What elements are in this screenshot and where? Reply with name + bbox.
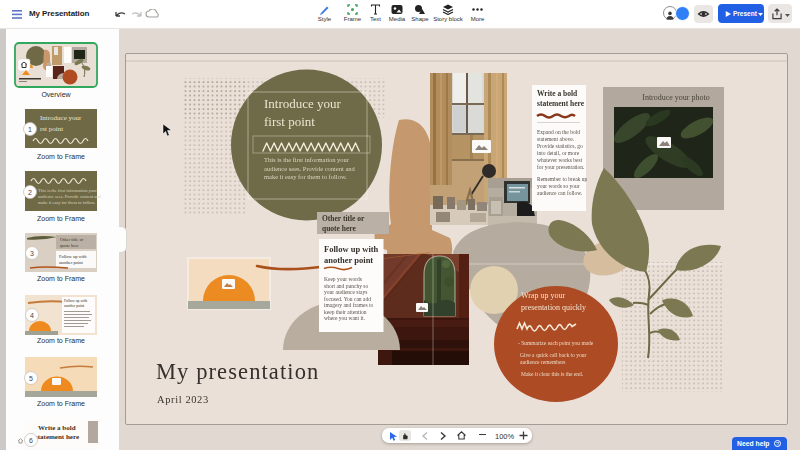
svg-text:focused. You can add: focused. You can add [324,296,371,302]
svg-text:another point: another point [324,255,373,265]
svg-text:audience remembers: audience remembers [520,359,565,365]
svg-text:Zoom to Frame: Zoom to Frame [37,400,85,407]
svg-text:April 2023: April 2023 [157,394,209,405]
svg-text:5: 5 [29,375,33,382]
svg-text:keep their attention: keep their attention [324,309,367,315]
svg-text:your audience stays: your audience stays [324,289,367,295]
svg-text:first point: first point [264,114,315,129]
svg-text:quote here: quote here [322,224,356,233]
svg-text:Follow up with: Follow up with [59,254,87,259]
svg-text:audience can follow.: audience can follow. [537,190,583,196]
svg-text:This is the first information: This is the first information your [264,156,350,163]
svg-text:Write a bold: Write a bold [537,89,578,98]
svg-text:Zoom to Frame: Zoom to Frame [37,153,85,160]
svg-text:Introduce your: Introduce your [264,96,342,111]
svg-text:Zoom to Frame: Zoom to Frame [37,337,85,344]
svg-text:Make it clear this is the end.: Make it clear this is the end. [521,371,584,377]
svg-text:audience sees. Provide content: audience sees. Provide content and [264,165,356,172]
svg-text:audience sees. Provide content: audience sees. Provide content and [38,194,102,199]
svg-text:Other title or: Other title or [322,214,365,223]
svg-text:This is the first information: This is the first information your [38,188,97,193]
svg-text:4: 4 [30,312,34,319]
svg-text:Expand on the bold: Expand on the bold [537,129,580,135]
svg-text:make it easy for them to follo: make it easy for them to follow. [264,173,347,180]
svg-text:another point: another point [59,260,84,265]
svg-text:Provide statistics, go: Provide statistics, go [537,143,583,149]
svg-text:for your presentation.: for your presentation. [537,164,585,170]
svg-text:Remember to break up: Remember to break up [537,176,587,182]
svg-text:- Summarize each point you mad: - Summarize each point you made [518,340,594,346]
svg-text:Other title or: Other title or [60,237,84,242]
svg-text:into detail, or more: into detail, or more [537,150,580,156]
svg-text:short and punchy so: short and punchy so [324,283,368,289]
svg-text:3: 3 [30,250,34,257]
svg-text:your words so your: your words so your [537,183,580,189]
svg-text:rst point: rst point [40,125,63,133]
svg-text:Follow up with: Follow up with [324,244,379,254]
svg-text:imagery and frames to: imagery and frames to [324,302,374,308]
svg-text:Zoom to Frame: Zoom to Frame [37,275,85,282]
svg-text:Write a bold: Write a bold [38,424,76,432]
svg-text:whatever works best: whatever works best [537,157,583,163]
svg-text:Overview: Overview [41,91,71,98]
svg-text:6: 6 [29,437,33,444]
svg-text:Introduce your photo: Introduce your photo [642,93,710,102]
svg-text:statement above.: statement above. [537,136,575,142]
svg-text:Introduce your: Introduce your [40,114,82,122]
svg-text:Zoom to Frame: Zoom to Frame [37,215,85,222]
svg-text:1: 1 [28,126,32,133]
svg-text:Wrap up your: Wrap up your [521,291,565,300]
svg-text:statement here: statement here [35,433,79,441]
svg-text:make it easy for them to follo: make it easy for them to follow. [38,200,95,205]
svg-text:Follow up with: Follow up with [64,299,87,303]
svg-text:Give a quick call back to your: Give a quick call back to your [520,352,586,358]
svg-text:My presentation: My presentation [156,359,319,384]
svg-text:Keep your words: Keep your words [324,276,362,282]
svg-text:another point: another point [64,304,85,308]
svg-text:2: 2 [28,189,32,196]
svg-text:where you want it.: where you want it. [324,315,366,321]
svg-text:quote here: quote here [60,243,79,248]
svg-text:presentation quickly: presentation quickly [521,303,586,312]
svg-text:statement here: statement here [537,99,585,108]
